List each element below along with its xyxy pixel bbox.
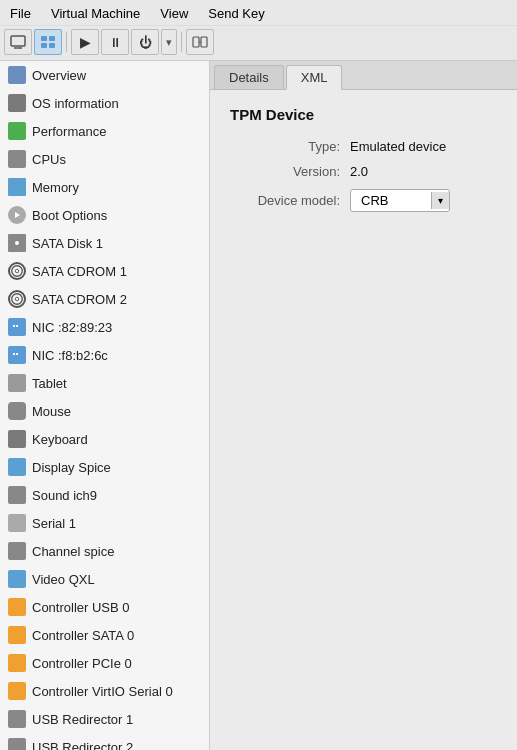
sata-cdrom-2-icon xyxy=(8,290,26,308)
sidebar-item-sata-disk-1[interactable]: SATA Disk 1 xyxy=(0,229,209,257)
sidebar-item-serial-1[interactable]: Serial 1 xyxy=(0,509,209,537)
sidebar-item-display-spice[interactable]: Display Spice xyxy=(0,453,209,481)
sidebar-item-sata-cdrom-2[interactable]: SATA CDROM 2 xyxy=(0,285,209,313)
view-button[interactable] xyxy=(34,29,62,55)
svg-marker-45 xyxy=(12,490,19,500)
sidebar-item-ctrl-pcie-0[interactable]: Controller PCIe 0 xyxy=(0,649,209,677)
ctrl-pcie-0-label: Controller PCIe 0 xyxy=(32,656,132,671)
screen-button[interactable] xyxy=(4,29,32,55)
mouse-label: Mouse xyxy=(32,404,71,419)
device-model-dropdown-arrow[interactable]: ▾ xyxy=(431,192,449,209)
svg-point-59 xyxy=(15,689,19,693)
sidebar-item-performance[interactable]: Performance xyxy=(0,117,209,145)
svg-rect-30 xyxy=(16,325,18,327)
svg-rect-50 xyxy=(11,574,21,582)
channel-spice-label: Channel spice xyxy=(32,544,114,559)
display-spice-label: Display Spice xyxy=(32,460,111,475)
sidebar-item-nic-f8[interactable]: NIC :f8:b2:6c xyxy=(0,341,209,369)
serial-1-icon xyxy=(8,514,26,532)
sidebar-item-overview[interactable]: Overview xyxy=(0,61,209,89)
sidebar-item-ctrl-usb-0[interactable]: Controller USB 0 xyxy=(0,593,209,621)
sidebar-item-mouse[interactable]: Mouse xyxy=(0,397,209,425)
sata-cdrom-1-icon xyxy=(8,262,26,280)
sidebar-item-nic-82[interactable]: NIC :82:89:23 xyxy=(0,313,209,341)
sidebar-item-keyboard[interactable]: Keyboard xyxy=(0,425,209,453)
menu-file[interactable]: File xyxy=(4,4,37,23)
ctrl-usb-0-label: Controller USB 0 xyxy=(32,600,130,615)
menu-view[interactable]: View xyxy=(154,4,194,23)
device-model-select[interactable]: CRB ▾ xyxy=(350,189,450,212)
svg-point-49 xyxy=(19,522,21,524)
device-model-label: Device model: xyxy=(230,193,350,208)
overview-label: Overview xyxy=(32,68,86,83)
sidebar-item-ctrl-virtio-serial-0[interactable]: Controller VirtIO Serial 0 xyxy=(0,677,209,705)
svg-point-26 xyxy=(12,294,23,305)
sidebar-item-ctrl-sata-0[interactable]: Controller SATA 0 xyxy=(0,621,209,649)
svg-point-47 xyxy=(13,522,15,524)
svg-point-35 xyxy=(16,386,18,388)
svg-rect-32 xyxy=(13,353,15,355)
svg-rect-12 xyxy=(18,76,23,81)
usb-redirect-1-label: USB Redirector 1 xyxy=(32,712,133,727)
menu-bar: File Virtual Machine View Send Key xyxy=(0,2,517,25)
toolbar: ▶ ⏸ ⏻ ▾ xyxy=(0,25,517,58)
svg-rect-11 xyxy=(11,76,16,81)
sidebar-item-channel-spice[interactable]: Channel spice xyxy=(0,537,209,565)
sidebar-item-tablet[interactable]: Tablet xyxy=(0,369,209,397)
tab-details[interactable]: Details xyxy=(214,65,284,89)
display-spice-icon xyxy=(8,458,26,476)
ctrl-virtio-serial-0-label: Controller VirtIO Serial 0 xyxy=(32,684,173,699)
nic-f8-icon xyxy=(8,346,26,364)
sidebar-item-memory[interactable]: Memory xyxy=(0,173,209,201)
boot-options-label: Boot Options xyxy=(32,208,107,223)
sidebar-item-os-info[interactable]: OS information xyxy=(0,89,209,117)
play-button[interactable]: ▶ xyxy=(71,29,99,55)
svg-point-23 xyxy=(15,241,19,245)
svg-point-64 xyxy=(15,740,19,744)
nic-82-icon xyxy=(8,318,26,336)
svg-rect-4 xyxy=(41,43,47,48)
type-value: Emulated device xyxy=(350,139,446,154)
menu-send-key[interactable]: Send Key xyxy=(202,4,270,23)
sidebar-item-sound-ich9[interactable]: Sound ich9 xyxy=(0,481,209,509)
power-more-button[interactable]: ▾ xyxy=(161,29,177,55)
sata-disk-1-label: SATA Disk 1 xyxy=(32,236,103,251)
migrate-button[interactable] xyxy=(186,29,214,55)
pause-button[interactable]: ⏸ xyxy=(101,29,129,55)
memory-icon xyxy=(8,178,26,196)
tab-xml[interactable]: XML xyxy=(286,65,343,90)
svg-rect-3 xyxy=(49,36,55,41)
svg-rect-33 xyxy=(16,353,18,355)
sound-ich9-label: Sound ich9 xyxy=(32,488,97,503)
cpus-label: CPUs xyxy=(32,152,66,167)
power-button[interactable]: ⏻ xyxy=(131,29,159,55)
svg-point-60 xyxy=(15,712,19,716)
device-model-field-row: Device model: CRB ▾ xyxy=(230,189,497,212)
svg-point-57 xyxy=(15,661,19,665)
sata-cdrom-2-label: SATA CDROM 2 xyxy=(32,292,127,307)
performance-label: Performance xyxy=(32,124,106,139)
svg-rect-42 xyxy=(14,440,20,442)
type-field-row: Type: Emulated device xyxy=(230,139,497,154)
sidebar-item-boot-options[interactable]: Boot Options xyxy=(0,201,209,229)
sidebar-item-cpus[interactable]: CPUs xyxy=(0,145,209,173)
sidebar-item-video-qxl[interactable]: Video QXL xyxy=(0,565,209,593)
menu-virtual-machine[interactable]: Virtual Machine xyxy=(45,4,146,23)
nic-82-label: NIC :82:89:23 xyxy=(32,320,112,335)
detail-panel: Details XML TPM Device Type: Emulated de… xyxy=(210,61,517,750)
os-info-icon xyxy=(8,94,26,112)
tablet-icon xyxy=(8,374,26,392)
tablet-label: Tablet xyxy=(32,376,67,391)
sidebar-item-usb-redirect-1[interactable]: USB Redirector 1 xyxy=(0,705,209,733)
sidebar-item-usb-redirect-2[interactable]: USB Redirector 2 xyxy=(0,733,209,750)
main-content: OverviewOS informationPerformanceCPUsMem… xyxy=(0,61,517,750)
cpus-icon xyxy=(8,150,26,168)
keyboard-label: Keyboard xyxy=(32,432,88,447)
svg-rect-16 xyxy=(15,157,19,161)
svg-rect-13 xyxy=(11,97,23,106)
svg-point-25 xyxy=(15,269,19,273)
svg-rect-9 xyxy=(11,69,16,74)
sound-ich9-icon xyxy=(8,486,26,504)
ctrl-sata-0-icon xyxy=(8,626,26,644)
sidebar-item-sata-cdrom-1[interactable]: SATA CDROM 1 xyxy=(0,257,209,285)
